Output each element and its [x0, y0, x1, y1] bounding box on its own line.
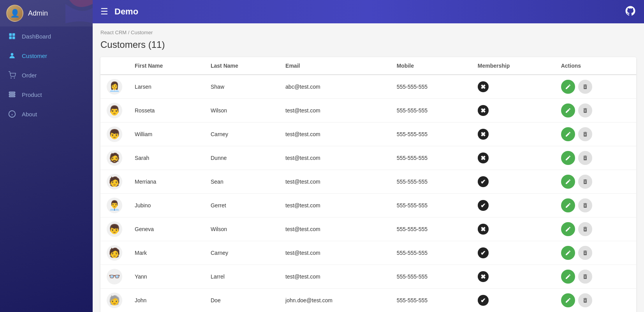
sidebar-item-dashboard[interactable]: DashBoard	[0, 26, 93, 46]
sidebar-item-dashboard-label: DashBoard	[22, 33, 51, 40]
cell-membership: ✖	[472, 217, 555, 241]
table-row: 🧑MarkCarneytest@test.com555-555-555✔	[100, 241, 636, 265]
cell-first-name: Larsen	[128, 75, 204, 99]
cell-last-name: Carney	[204, 241, 279, 265]
edit-button[interactable]	[561, 127, 575, 141]
delete-button[interactable]	[578, 80, 592, 94]
edit-button[interactable]	[561, 103, 575, 117]
col-last-name: Last Name	[204, 57, 279, 75]
cell-last-name: Wilson	[204, 99, 279, 123]
delete-button[interactable]	[578, 103, 592, 117]
svg-rect-3	[12, 37, 15, 39]
delete-button[interactable]	[578, 198, 592, 212]
cell-mobile: 555-555-555	[391, 241, 472, 265]
actions-container	[561, 127, 630, 141]
cell-email: test@test.com	[279, 99, 391, 123]
table-row: 🧓JohnDoejohn.doe@test.com555-555-555✔	[100, 289, 636, 312]
sidebar-nav: DashBoard Customer Order Product About	[0, 26, 93, 124]
delete-button[interactable]	[578, 293, 592, 307]
cell-avatar: 👨	[100, 99, 128, 123]
edit-button[interactable]	[561, 175, 575, 189]
edit-button[interactable]	[561, 198, 575, 212]
sidebar-item-order[interactable]: Order	[0, 65, 93, 85]
avatar: 👩‍💼	[107, 79, 122, 95]
cell-avatar: 🧑	[100, 170, 128, 194]
col-actions: Actions	[555, 57, 636, 75]
membership-yes-icon: ✔	[478, 247, 489, 258]
avatar: 👦	[107, 126, 122, 142]
edit-button[interactable]	[561, 246, 575, 260]
cell-mobile: 555-555-555	[391, 265, 472, 289]
cell-mobile: 555-555-555	[391, 146, 472, 170]
customers-table: First Name Last Name Email Mobile Member…	[100, 57, 636, 312]
main-content: React CRM / Customer Customers (11) Firs…	[93, 23, 644, 312]
cell-avatar: 🧔	[100, 146, 128, 170]
cell-avatar: 👩‍💼	[100, 75, 128, 99]
sidebar-item-customer[interactable]: Customer	[0, 46, 93, 65]
cell-first-name: Merriana	[128, 170, 204, 194]
cell-membership: ✖	[472, 123, 555, 146]
delete-button[interactable]	[578, 222, 592, 236]
avatar: 👤	[6, 5, 23, 22]
cell-actions	[555, 289, 636, 312]
edit-button[interactable]	[561, 151, 575, 165]
menu-icon[interactable]: ☰	[100, 7, 108, 17]
actions-container	[561, 175, 630, 189]
cell-email: test@test.com	[279, 123, 391, 146]
delete-button[interactable]	[578, 270, 592, 284]
delete-button[interactable]	[578, 175, 592, 189]
avatar: 👨‍💼	[107, 198, 122, 213]
cell-first-name: Sarah	[128, 146, 204, 170]
col-email: Email	[279, 57, 391, 75]
cell-email: abc@test.com	[279, 75, 391, 99]
delete-button[interactable]	[578, 127, 592, 141]
edit-button[interactable]	[561, 293, 575, 307]
avatar: 👦	[107, 221, 122, 237]
membership-no-icon: ✖	[478, 129, 489, 140]
svg-point-4	[11, 53, 14, 56]
cell-email: test@test.com	[279, 146, 391, 170]
cell-email: john.doe@test.com	[279, 289, 391, 312]
svg-rect-8	[9, 94, 15, 95]
avatar: 🧑	[107, 245, 122, 261]
sidebar: 👤 Admin DashBoard Customer Order	[0, 0, 93, 312]
cell-membership: ✔	[472, 241, 555, 265]
delete-button[interactable]	[578, 151, 592, 165]
table-row: 👓YannLarreltest@test.com555-555-555✖	[100, 265, 636, 289]
actions-container	[561, 80, 630, 94]
sidebar-item-about[interactable]: About	[0, 104, 93, 124]
cell-membership: ✔	[472, 194, 555, 217]
topbar: ☰ Demo	[93, 0, 644, 23]
actions-container	[561, 103, 630, 117]
sidebar-item-about-label: About	[22, 111, 37, 117]
svg-point-6	[14, 77, 15, 79]
cell-membership: ✖	[472, 99, 555, 123]
app-title: Demo	[114, 7, 138, 17]
cell-first-name: Rosseta	[128, 99, 204, 123]
cell-membership: ✔	[472, 170, 555, 194]
cell-actions	[555, 170, 636, 194]
cell-last-name: Gerret	[204, 194, 279, 217]
col-membership: Membership	[472, 57, 555, 75]
github-icon[interactable]	[625, 5, 636, 18]
edit-button[interactable]	[561, 270, 575, 284]
cell-last-name: Doe	[204, 289, 279, 312]
cell-email: test@test.com	[279, 194, 391, 217]
membership-no-icon: ✖	[478, 224, 489, 235]
cell-mobile: 555-555-555	[391, 99, 472, 123]
cell-membership: ✖	[472, 265, 555, 289]
sidebar-item-product[interactable]: Product	[0, 85, 93, 104]
cell-mobile: 555-555-555	[391, 170, 472, 194]
delete-button[interactable]	[578, 246, 592, 260]
table-row: 👨RossetaWilsontest@test.com555-555-555✖	[100, 99, 636, 123]
cell-email: test@test.com	[279, 170, 391, 194]
cell-email: test@test.com	[279, 217, 391, 241]
edit-button[interactable]	[561, 80, 575, 94]
sidebar-item-customer-label: Customer	[22, 53, 47, 59]
cell-last-name: Dunne	[204, 146, 279, 170]
svg-rect-9	[9, 96, 15, 97]
cart-icon	[8, 71, 16, 79]
sidebar-item-order-label: Order	[22, 72, 37, 79]
table-row: 🧔SarahDunnetest@test.com555-555-555✖	[100, 146, 636, 170]
edit-button[interactable]	[561, 222, 575, 236]
